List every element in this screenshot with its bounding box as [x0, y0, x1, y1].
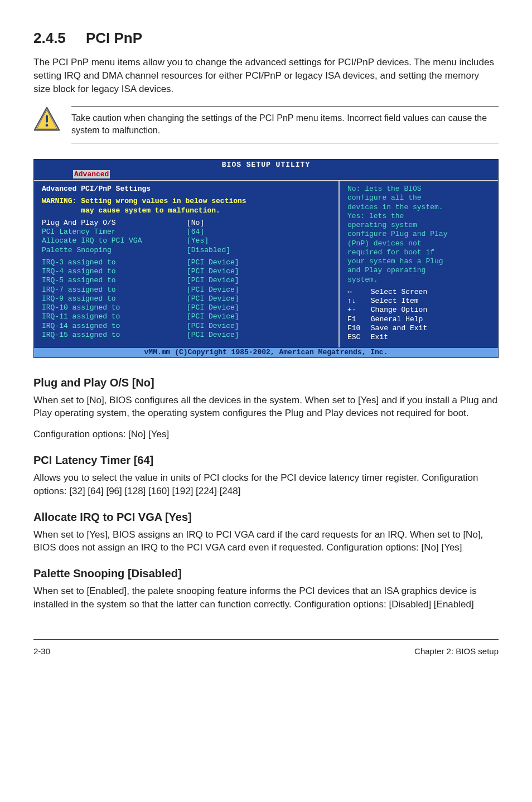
- bios-help-line: and Play operating: [347, 266, 492, 275]
- bios-setting-value: [Disabled]: [187, 246, 333, 255]
- section-number: 2.4.5: [33, 30, 66, 46]
- bios-help-line: Yes: lets the: [347, 212, 492, 221]
- subsection-body: Allows you to select the value in units …: [33, 471, 499, 498]
- bios-irq-label: IRQ-9 assigned to: [42, 294, 187, 303]
- bios-setting-value: [No]: [187, 219, 333, 228]
- bios-help-line: configure Plug and Play: [347, 230, 492, 239]
- svg-rect-2: [46, 115, 48, 122]
- bios-irq-row[interactable]: IRQ-10 assigned to[PCI Device]: [42, 303, 333, 312]
- bios-title: BIOS SETUP UTILITY: [34, 160, 498, 170]
- intro-paragraph: The PCI PnP menu items allow you to chan…: [33, 56, 499, 95]
- bios-help-key-desc: Change Option: [366, 306, 427, 314]
- bios-help-line: your system has a Plug: [347, 257, 492, 266]
- bios-irq-row[interactable]: IRQ-14 assigned to[PCI Device]: [42, 322, 333, 331]
- bios-irq-value: [PCI Device]: [187, 267, 333, 276]
- caution-callout: Take caution when changing the settings …: [33, 106, 499, 143]
- bios-help-key-desc: Select Screen: [366, 288, 427, 296]
- bios-irq-row[interactable]: IRQ-9 assigned to[PCI Device]: [42, 294, 333, 303]
- bios-setting-label: Palette Snooping: [42, 246, 187, 255]
- bios-irq-row[interactable]: IRQ-15 assigned to[PCI Device]: [42, 331, 333, 340]
- subsection-body: When set to [Yes], BIOS assigns an IRQ t…: [33, 528, 499, 555]
- bios-help-line: required for boot if: [347, 248, 492, 257]
- bios-irq-label: IRQ-15 assigned to: [42, 331, 187, 340]
- section-title-text: PCI PnP: [86, 30, 142, 46]
- bios-help-key-desc: Save and Exit: [366, 324, 427, 332]
- subsection-heading: Plug and Play O/S [No]: [33, 375, 499, 390]
- bios-help-key-desc: General Help: [366, 315, 423, 323]
- bios-setting-row[interactable]: Palette Snooping [Disabled]: [42, 246, 333, 255]
- bios-setting-label: Allocate IRQ to PCI VGA: [42, 236, 187, 245]
- bios-help-key: ESC Exit: [347, 333, 492, 342]
- bios-help-key: +- Change Option: [347, 306, 492, 315]
- bios-panel-heading: Advanced PCI/PnP Settings: [42, 185, 333, 194]
- bios-irq-value: [PCI Device]: [187, 312, 333, 321]
- bios-help-key: F1 General Help: [347, 315, 492, 324]
- bios-help-key-desc: Select Item: [366, 297, 419, 305]
- subsection-heading: Allocate IRQ to PCI VGA [Yes]: [33, 509, 499, 525]
- bios-help-key-sym: ↑↓: [347, 297, 366, 306]
- chapter-label: Chapter 2: BIOS setup: [414, 645, 499, 657]
- bios-help-key-sym: +-: [347, 306, 366, 315]
- subsection-body: When set to [No], BIOS configures all th…: [33, 394, 499, 421]
- bios-help-key: ↑↓ Select Item: [347, 297, 492, 306]
- bios-irq-row[interactable]: IRQ-3 assigned to[PCI Device]: [42, 258, 333, 267]
- bios-help-line: system.: [347, 276, 492, 284]
- bios-irq-value: [PCI Device]: [187, 276, 333, 285]
- bios-setting-label: PCI Latency Timer: [42, 228, 187, 236]
- bios-irq-label: IRQ-14 assigned to: [42, 322, 187, 331]
- subsection-heading: Palette Snooping [Disabled]: [33, 566, 499, 581]
- bios-irq-row[interactable]: IRQ-5 assigned to[PCI Device]: [42, 276, 333, 285]
- bios-help-key-desc: Exit: [366, 333, 388, 341]
- bios-setting-row[interactable]: Allocate IRQ to PCI VGA [Yes]: [42, 236, 333, 245]
- bios-help-key-sym: F1: [347, 315, 366, 324]
- bios-tabbar: Advanced: [34, 170, 498, 180]
- bios-irq-label: IRQ-11 assigned to: [42, 312, 187, 321]
- subsection-body: When set to [Enabled], the palete snoopi…: [33, 584, 499, 611]
- bios-footer: vMM.mm (C)Copyright 1985-2002, American …: [34, 347, 498, 357]
- bios-help-key: ↔ Select Screen: [347, 288, 492, 297]
- bios-setting-value: [64]: [187, 228, 333, 236]
- bios-irq-row[interactable]: IRQ-4 assigned to[PCI Device]: [42, 267, 333, 276]
- bios-help-line: configure all the: [347, 194, 492, 202]
- bios-irq-value: [PCI Device]: [187, 294, 333, 303]
- subsection-config: Configuration options: [No] [Yes]: [33, 428, 499, 441]
- subsection-heading: PCI Latency Timer [64]: [33, 452, 499, 468]
- caution-text: Take caution when changing the settings …: [71, 106, 499, 143]
- page-number: 2-30: [33, 645, 50, 657]
- bios-warning-line1: WARNING: Setting wrong values in below s…: [42, 197, 333, 206]
- bios-setting-row[interactable]: Plug And Play O/S [No]: [42, 219, 333, 228]
- bios-irq-value: [PCI Device]: [187, 286, 333, 294]
- bios-irq-label: IRQ-7 assigned to: [42, 286, 187, 294]
- bios-help-line: devices in the system.: [347, 203, 492, 212]
- bios-help-panel: No: lets the BIOSconfigure all thedevice…: [340, 181, 498, 347]
- bios-irq-label: IRQ-4 assigned to: [42, 267, 187, 276]
- bios-window: BIOS SETUP UTILITY Advanced Advanced PCI…: [33, 159, 499, 358]
- bios-help-key: F10 Save and Exit: [347, 324, 492, 333]
- bios-help-line: operating system: [347, 221, 492, 230]
- bios-irq-row[interactable]: IRQ-7 assigned to[PCI Device]: [42, 286, 333, 294]
- bios-left-panel: Advanced PCI/PnP Settings WARNING: Setti…: [34, 181, 340, 347]
- bios-irq-value: [PCI Device]: [187, 331, 333, 340]
- bios-warning-line2: may cause system to malfunction.: [42, 206, 333, 215]
- svg-point-3: [46, 124, 49, 127]
- bios-help-line: (PnP) devices not: [347, 239, 492, 248]
- caution-icon: [33, 106, 60, 133]
- bios-irq-value: [PCI Device]: [187, 303, 333, 312]
- bios-irq-label: IRQ-3 assigned to: [42, 258, 187, 267]
- bios-irq-label: IRQ-5 assigned to: [42, 276, 187, 285]
- bios-help-key-sym: F10: [347, 324, 366, 333]
- bios-irq-label: IRQ-10 assigned to: [42, 303, 187, 312]
- bios-setting-label: Plug And Play O/S: [42, 219, 187, 228]
- bios-irq-row[interactable]: IRQ-11 assigned to[PCI Device]: [42, 312, 333, 321]
- bios-active-tab[interactable]: Advanced: [73, 170, 110, 178]
- bios-irq-value: [PCI Device]: [187, 258, 333, 267]
- bios-help-line: No: lets the BIOS: [347, 185, 492, 194]
- section-heading: 2.4.5 PCI PnP: [33, 28, 499, 48]
- bios-irq-value: [PCI Device]: [187, 322, 333, 331]
- bios-help-key-sym: ↔: [347, 288, 366, 297]
- bios-setting-row[interactable]: PCI Latency Timer [64]: [42, 228, 333, 236]
- bios-setting-value: [Yes]: [187, 236, 333, 245]
- bios-help-key-sym: ESC: [347, 333, 366, 342]
- page-footer: 2-30 Chapter 2: BIOS setup: [33, 639, 499, 657]
